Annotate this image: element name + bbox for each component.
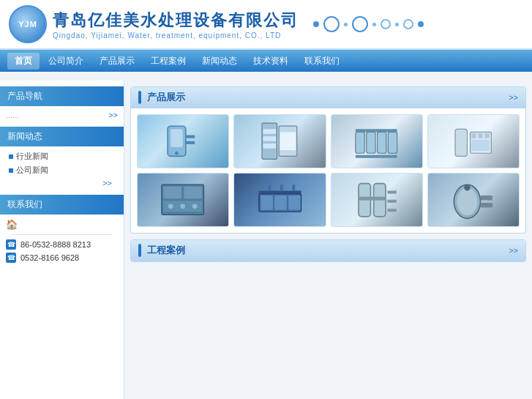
nav-item-home[interactable]: 首页 [7, 53, 40, 70]
sidebar-product-header: 产品导航 [0, 86, 124, 106]
sidebar-product-title: 产品导航 [7, 90, 42, 102]
top-spacer [0, 72, 532, 81]
svg-rect-33 [288, 195, 300, 210]
svg-rect-4 [186, 141, 195, 144]
svg-rect-31 [261, 195, 272, 210]
svg-rect-46 [481, 195, 492, 201]
main-layout: 产品导航 ...... >> 新闻动态 行业新闻 公司 [0, 81, 532, 399]
svg-rect-42 [387, 200, 396, 203]
sidebar-contact-section: 联系我们 🏠 ☎ 86-0532-8888 8213 ☎ 0532-8166 9… [0, 195, 124, 267]
svg-rect-35 [268, 184, 271, 190]
nav-item-contact[interactable]: 联系我们 [297, 53, 347, 70]
svg-rect-34 [259, 191, 301, 194]
product-grid [131, 108, 525, 233]
product-item-1[interactable] [137, 114, 229, 168]
sidebar-news-header: 新闻动态 [0, 127, 124, 146]
decor-dot-4 [395, 23, 399, 26]
sidebar-contact-title: 联系我们 [7, 198, 42, 211]
header: YJM 青岛亿佳美水处理设备有限公司 Qingdao, Yijiamei, Wa… [0, 0, 532, 50]
company-name-english: Qingdao, Yijiamei, Water, treatment, equ… [53, 31, 299, 40]
svg-point-27 [168, 204, 173, 209]
sidebar-product-nav: 产品导航 ...... >> [0, 86, 124, 124]
contact-divider [12, 234, 112, 235]
contact-phone-row-1: ☎ 86-0532-8888 8213 [6, 238, 118, 251]
nav-item-about[interactable]: 公司简介 [41, 53, 91, 70]
svg-rect-7 [263, 130, 275, 135]
phone-number-2: 0532-8166 9628 [20, 253, 79, 262]
equip-svg-8 [437, 179, 509, 221]
svg-rect-43 [387, 209, 396, 212]
decor-circle-3 [381, 19, 391, 29]
svg-rect-9 [263, 143, 275, 149]
product-item-3[interactable] [331, 114, 423, 168]
sidebar-news-section: 新闻动态 行业新闻 公司新闻 >> [0, 127, 124, 192]
svg-rect-11 [356, 133, 364, 154]
contact-address-row: 🏠 [6, 217, 118, 231]
header-decoration [313, 16, 424, 32]
phone-icon-2: ☎ [6, 253, 16, 263]
content-area: 产品展示 >> [124, 81, 532, 399]
bullet-icon-2 [9, 168, 13, 173]
company-name-chinese: 青岛亿佳美水处理设备有限公司 [53, 10, 299, 31]
decor-dot-2 [344, 23, 348, 26]
sidebar-product-more[interactable]: >> [108, 111, 118, 119]
logo-icon: YJM [9, 5, 47, 43]
bottom-panel-title: 工程案例 [147, 244, 185, 257]
equip-svg-3 [340, 120, 413, 163]
equip-svg-1 [146, 120, 219, 163]
nav-item-news[interactable]: 新闻动态 [195, 53, 244, 70]
svg-point-28 [181, 204, 186, 209]
product-image-5 [138, 174, 228, 226]
nav-item-tech[interactable]: 技术资料 [246, 53, 296, 70]
svg-rect-25 [184, 187, 203, 198]
decor-circle-4 [403, 19, 413, 29]
bottom-panel: 工程案例 >> [130, 239, 526, 262]
product-image-8 [428, 174, 519, 226]
phone-number-1: 86-0532-8888 8213 [20, 240, 91, 249]
product-image-2 [234, 115, 325, 168]
svg-rect-10 [280, 133, 295, 151]
sidebar: 产品导航 ...... >> 新闻动态 行业新闻 公司 [0, 81, 124, 399]
product-image-6 [234, 174, 325, 226]
svg-rect-3 [186, 135, 195, 138]
news-item-label-2: 公司新闻 [16, 165, 48, 176]
product-item-8[interactable] [427, 173, 520, 227]
sidebar-contact-header: 联系我们 [0, 195, 124, 215]
product-image-3 [331, 115, 422, 168]
product-item-5[interactable] [137, 173, 229, 227]
equip-svg-2 [244, 120, 316, 163]
product-item-7[interactable] [331, 173, 423, 227]
svg-rect-41 [387, 191, 396, 194]
bullet-icon-1 [9, 154, 13, 159]
equip-svg-6 [244, 179, 316, 221]
products-panel: 产品展示 >> [130, 86, 526, 234]
panel-title-bar [138, 91, 141, 104]
svg-rect-16 [356, 130, 397, 133]
sidebar-news-item-1[interactable]: 行业新闻 [6, 149, 118, 163]
svg-rect-47 [481, 203, 492, 208]
products-panel-more[interactable]: >> [509, 93, 518, 102]
product-image-4 [428, 115, 519, 168]
bottom-panel-more[interactable]: >> [509, 246, 518, 255]
equip-svg-5 [146, 179, 219, 221]
svg-point-29 [192, 204, 198, 209]
contact-phone-row-2: ☎ 0532-8166 9628 [6, 251, 118, 264]
nav-item-projects[interactable]: 工程案例 [143, 53, 193, 70]
phone-icon-1: ☎ [6, 239, 16, 250]
product-item-6[interactable] [233, 173, 326, 227]
sidebar-news-content: 行业新闻 公司新闻 >> [0, 146, 124, 192]
svg-rect-12 [367, 133, 375, 154]
decor-dot-1 [313, 21, 319, 27]
product-item-2[interactable] [233, 114, 326, 168]
svg-rect-22 [471, 140, 490, 151]
equip-svg-4 [437, 120, 509, 163]
svg-rect-21 [484, 133, 490, 138]
company-name-block: 青岛亿佳美水处理设备有限公司 Qingdao, Yijiamei, Water,… [53, 10, 299, 40]
svg-rect-37 [292, 184, 295, 190]
product-item-4[interactable] [427, 114, 520, 168]
svg-rect-14 [388, 133, 397, 154]
sidebar-news-more[interactable]: >> [6, 177, 118, 189]
svg-rect-40 [359, 197, 386, 201]
nav-item-products[interactable]: 产品展示 [92, 53, 142, 70]
sidebar-news-item-2[interactable]: 公司新闻 [6, 163, 118, 177]
